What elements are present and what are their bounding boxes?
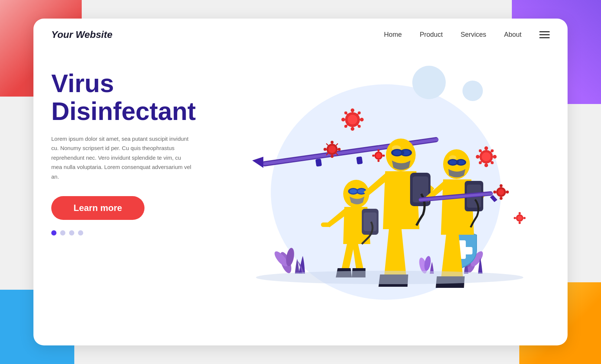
site-logo[interactable]: Your Website bbox=[51, 29, 113, 40]
nav-link-home[interactable]: Home bbox=[384, 31, 402, 38]
svg-point-103 bbox=[498, 189, 504, 195]
svg-point-82 bbox=[377, 149, 380, 152]
svg-point-53 bbox=[360, 118, 364, 121]
svg-rect-37 bbox=[456, 161, 459, 164]
dot-2[interactable] bbox=[60, 230, 65, 235]
svg-point-80 bbox=[372, 155, 374, 157]
svg-rect-21 bbox=[356, 156, 363, 165]
hero-svg-illustration bbox=[241, 92, 531, 292]
nav-link-about[interactable]: About bbox=[504, 31, 522, 38]
svg-point-109 bbox=[506, 191, 509, 194]
svg-point-121 bbox=[519, 222, 521, 224]
figure-right bbox=[419, 149, 497, 288]
svg-point-13 bbox=[350, 189, 357, 194]
nav-link-product[interactable]: Product bbox=[420, 31, 443, 38]
hero-title: Virus Disinfectant bbox=[51, 69, 222, 125]
svg-point-100 bbox=[479, 161, 482, 164]
svg-point-83 bbox=[377, 160, 380, 162]
svg-rect-28 bbox=[401, 151, 404, 154]
svg-point-113 bbox=[517, 216, 522, 220]
svg-point-35 bbox=[449, 160, 457, 165]
svg-point-26 bbox=[393, 150, 401, 155]
svg-point-54 bbox=[351, 108, 354, 112]
svg-point-55 bbox=[351, 127, 354, 131]
svg-point-120 bbox=[519, 212, 521, 214]
virus-5 bbox=[493, 184, 509, 200]
svg-point-61 bbox=[328, 146, 336, 153]
svg-rect-17 bbox=[321, 222, 331, 227]
nav-links: Home Product Services About bbox=[384, 31, 522, 39]
dot-4[interactable] bbox=[78, 230, 83, 235]
navbar: Your Website Home Product Services About bbox=[33, 19, 568, 51]
svg-point-101 bbox=[491, 161, 494, 164]
svg-point-85 bbox=[482, 152, 491, 161]
main-card: Your Website Home Product Services About bbox=[33, 19, 568, 345]
hero-title-line1: Virus bbox=[51, 69, 114, 97]
hero-description: Lorem ipsum dolor sit amet, sea putant s… bbox=[51, 134, 192, 182]
svg-point-96 bbox=[484, 146, 488, 150]
hamburger-line-2 bbox=[539, 34, 550, 35]
nav-link-services[interactable]: Services bbox=[461, 31, 486, 38]
svg-point-73 bbox=[331, 155, 334, 158]
virus-4 bbox=[476, 146, 497, 167]
svg-point-95 bbox=[493, 155, 497, 159]
hamburger-line-1 bbox=[539, 31, 550, 32]
hero-section: Virus Disinfectant Lorem ipsum dolor sit… bbox=[33, 51, 568, 341]
hamburger-icon[interactable] bbox=[539, 31, 550, 38]
svg-point-58 bbox=[344, 125, 347, 128]
svg-point-119 bbox=[523, 217, 526, 219]
learn-more-button[interactable]: Learn more bbox=[51, 196, 144, 220]
carousel-dots bbox=[51, 230, 222, 235]
svg-line-67 bbox=[336, 144, 338, 145]
nav-item-about[interactable]: About bbox=[504, 31, 522, 39]
hero-illustration bbox=[222, 58, 550, 326]
hero-title-line2: Disinfectant bbox=[51, 97, 196, 125]
svg-point-118 bbox=[514, 217, 516, 219]
svg-point-111 bbox=[500, 197, 503, 200]
svg-rect-20 bbox=[315, 159, 322, 167]
dot-3[interactable] bbox=[69, 230, 74, 235]
plant-left bbox=[272, 247, 305, 275]
nav-item-product[interactable]: Product bbox=[420, 31, 443, 39]
svg-point-43 bbox=[348, 115, 357, 124]
hamburger-line-3 bbox=[539, 37, 550, 38]
svg-point-97 bbox=[484, 163, 488, 167]
svg-point-70 bbox=[324, 148, 327, 151]
svg-point-71 bbox=[338, 148, 341, 151]
svg-point-122 bbox=[256, 271, 523, 284]
svg-point-52 bbox=[341, 118, 345, 121]
dot-1[interactable] bbox=[51, 230, 56, 235]
svg-point-99 bbox=[491, 149, 494, 152]
svg-point-72 bbox=[331, 141, 334, 144]
svg-rect-16 bbox=[364, 212, 377, 231]
svg-point-94 bbox=[476, 155, 480, 159]
hero-left-content: Virus Disinfectant Lorem ipsum dolor sit… bbox=[51, 58, 222, 326]
svg-point-81 bbox=[383, 155, 385, 157]
virus-1 bbox=[341, 108, 364, 131]
svg-point-56 bbox=[344, 111, 347, 114]
svg-point-59 bbox=[358, 125, 361, 128]
svg-point-75 bbox=[376, 153, 381, 158]
nav-item-services[interactable]: Services bbox=[461, 31, 486, 39]
svg-point-110 bbox=[500, 184, 503, 187]
svg-point-14 bbox=[358, 189, 365, 194]
svg-point-98 bbox=[479, 149, 482, 152]
svg-line-66 bbox=[327, 144, 328, 145]
virus-3 bbox=[372, 149, 385, 162]
virus-6 bbox=[514, 212, 526, 224]
svg-point-108 bbox=[493, 191, 496, 194]
svg-point-57 bbox=[358, 111, 361, 114]
nav-item-home[interactable]: Home bbox=[384, 31, 402, 39]
